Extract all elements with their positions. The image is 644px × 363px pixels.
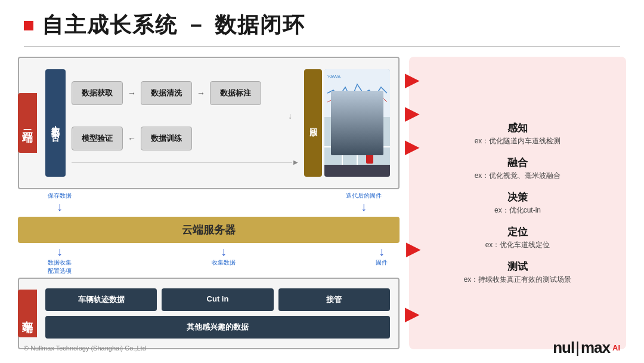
- arrow-1: →: [128, 88, 136, 98]
- cloud-label: 云端: [18, 93, 37, 153]
- server-label: 云端服务器: [182, 223, 236, 237]
- down-arrow-config: ↓: [57, 245, 63, 259]
- down-arrow-firmware: ↓: [379, 245, 385, 259]
- page-title: 自主成长系统 － 数据闭环: [42, 11, 305, 40]
- right-item-localization: 定位 ex：优化车道线定位: [427, 225, 608, 250]
- flow-box-verify: 模型验证: [72, 127, 123, 150]
- right-arrow-5: ▶: [405, 304, 420, 323]
- cloud-section: 云端 大数据平台 数据获取 → 数据清洗 → 数据标注 ↓ 模型验证 ← 数据训…: [18, 57, 400, 189]
- flow-area: 数据获取 → 数据清洗 → 数据标注 ↓ 模型验证 ← 数据训练 ▶: [72, 81, 298, 165]
- diagram-area: 云端 大数据平台 数据获取 → 数据清洗 → 数据标注 ↓ 模型验证 ← 数据训…: [18, 57, 400, 349]
- right-item-test: 测试 ex：持续收集真正有效的测试场景: [427, 260, 608, 285]
- arrow-3: ←: [128, 134, 136, 143]
- firmware-area: ↓ 固件: [376, 245, 388, 275]
- right-arrow-1: ▶: [405, 70, 420, 89]
- iter-firmware-area: 迭代后的固件 ↓: [346, 192, 382, 214]
- flow-box-label: 数据标注: [210, 81, 261, 105]
- right-item-fusion: 融合 ex：优化视觉、毫米波融合: [427, 156, 608, 181]
- firmware-label: 固件: [376, 259, 388, 267]
- collect-config-label: 数据收集 配置选项: [48, 259, 72, 275]
- collect-data-area: ↓ 收集数据: [212, 245, 236, 275]
- vehicle-row-1: 车辆轨迹数据 Cut in 接管: [45, 288, 390, 311]
- save-data-label: 保存数据: [48, 192, 72, 200]
- right-item-desc-2: ex：优化视觉、毫米波融合: [475, 171, 561, 181]
- right-item-title-1: 感知: [507, 121, 528, 135]
- vehicle-box-takeover: 接管: [278, 288, 390, 311]
- right-item-title-2: 融合: [507, 156, 528, 170]
- right-arrow-4: ▶: [406, 239, 421, 258]
- right-panel: 感知 ex：优化隧道内车道线检测 融合 ex：优化视觉、毫米波融合 决策 ex：…: [409, 57, 626, 349]
- right-item-desc-5: ex：持续收集真正有效的测试场景: [464, 275, 572, 285]
- logo-text: nul: [553, 339, 574, 357]
- flow-box-acquire: 数据获取: [72, 81, 123, 105]
- replay-image: YAWA: [324, 69, 390, 177]
- server-bar: 云端服务器: [18, 217, 400, 243]
- header-accent: [24, 21, 33, 30]
- replay-area: 回放 YAWA: [304, 69, 390, 177]
- vehicle-content: 车辆轨迹数据 Cut in 接管 其他感兴趣的数据: [45, 288, 390, 339]
- big-data-platform: 大数据平台: [45, 69, 66, 177]
- main-content: 云端 大数据平台 数据获取 → 数据清洗 → 数据标注 ↓ 模型验证 ← 数据训…: [0, 57, 644, 349]
- logo-ai: AI: [612, 343, 620, 352]
- svg-rect-8: [366, 153, 373, 164]
- arrow-2: →: [197, 88, 205, 98]
- flow-box-train: 数据训练: [141, 127, 192, 150]
- vehicle-box-other: 其他感兴趣的数据: [45, 316, 390, 339]
- svg-rect-9: [324, 165, 390, 177]
- header: 自主成长系统 － 数据闭环: [0, 0, 644, 46]
- right-item-title-4: 定位: [507, 225, 528, 239]
- footer: © Nullmax Technology (Shanghai) Co.,Ltd …: [24, 339, 620, 357]
- logo-text-2: max: [581, 339, 610, 357]
- down-arrow-save: ↓: [57, 200, 63, 214]
- collect-config-area: ↓ 数据收集 配置选项: [48, 245, 72, 275]
- right-item-desc-1: ex：优化隧道内车道线检测: [475, 136, 561, 146]
- right-item-decision: 决策 ex：优化cut-in: [427, 190, 608, 216]
- right-item-title-3: 决策: [507, 190, 528, 204]
- collect-data-label: 收集数据: [212, 259, 236, 267]
- server-bar-area: 云端服务器: [18, 216, 400, 244]
- right-item-desc-3: ex：优化cut-in: [494, 205, 541, 216]
- vehicle-box-trajectory: 车辆轨迹数据: [45, 288, 157, 311]
- vehicle-label: 车端: [18, 290, 37, 337]
- flow-row-2: 模型验证 ← 数据训练: [72, 127, 298, 150]
- flow-box-clean: 数据清洗: [141, 81, 192, 105]
- svg-rect-7: [353, 132, 360, 143]
- right-item-desc-4: ex：优化车道线定位: [485, 240, 550, 250]
- flow-row-1: 数据获取 → 数据清洗 → 数据标注: [72, 81, 298, 105]
- copyright: © Nullmax Technology (Shanghai) Co.,Ltd: [24, 344, 146, 352]
- right-arrow-2: ▶: [405, 103, 420, 122]
- down-arrow-collect: ↓: [221, 245, 227, 259]
- right-item-perception: 感知 ex：优化隧道内车道线检测: [427, 121, 608, 146]
- iter-firmware-label: 迭代后的固件: [346, 192, 382, 200]
- logo-pipe: |: [575, 339, 580, 357]
- right-item-title-5: 测试: [507, 260, 528, 273]
- logo-area: nul | max AI: [553, 339, 620, 357]
- down-arrow-iter: ↓: [361, 200, 367, 214]
- save-data-area: 保存数据 ↓: [48, 192, 72, 214]
- header-divider: [24, 46, 620, 47]
- vehicle-box-cutin: Cut in: [162, 288, 273, 311]
- replay-label: 回放: [304, 69, 322, 177]
- svg-text:YAWA: YAWA: [327, 74, 341, 79]
- right-arrow-3: ▶: [405, 137, 420, 156]
